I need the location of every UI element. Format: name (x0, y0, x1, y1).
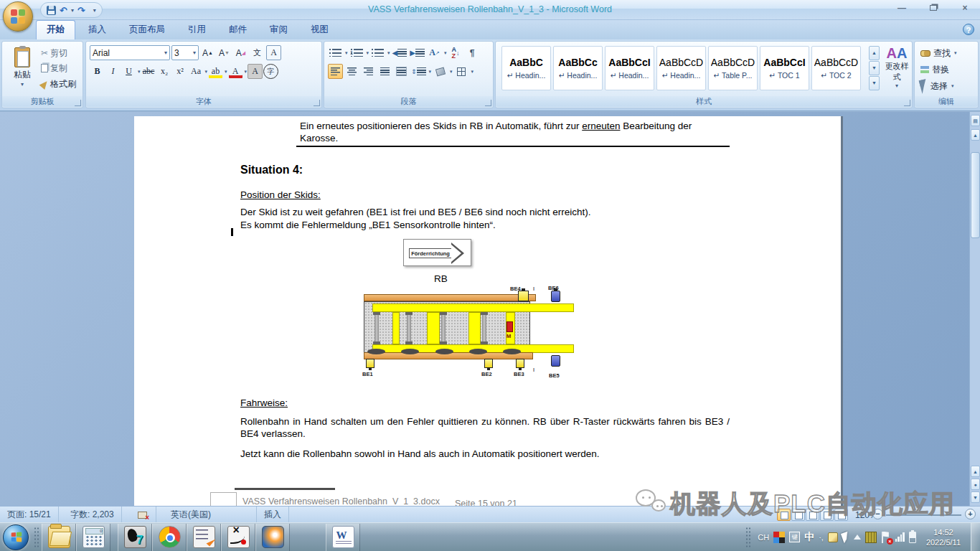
styles-scroll-up-icon[interactable]: ▲ (869, 46, 880, 60)
numbering-button[interactable]: 1 (349, 45, 364, 60)
zoom-out-icon[interactable]: − (872, 509, 883, 519)
distribute-button[interactable] (394, 64, 409, 79)
tab-references[interactable]: 引用 (178, 21, 216, 39)
tab-view[interactable]: 视图 (301, 21, 339, 39)
clear-formatting-button[interactable]: A◢ (233, 45, 248, 60)
browse-object-icon[interactable]: ● (971, 479, 980, 490)
asian-layout-button[interactable]: A↗ (427, 45, 442, 60)
character-border-button[interactable]: A (266, 45, 281, 60)
clipboard-dialog-launcher-icon[interactable] (75, 100, 81, 106)
shading-button[interactable] (433, 64, 448, 79)
zoom-slider[interactable] (886, 514, 961, 516)
align-right-button[interactable] (361, 64, 376, 79)
increase-indent-button[interactable]: ▶ (409, 45, 425, 60)
asian-layout-dropdown-icon[interactable]: ▾ (444, 50, 447, 56)
underline-button[interactable]: U (121, 64, 136, 79)
show-desktop-button[interactable] (971, 523, 980, 551)
paragraph-dialog-launcher-icon[interactable] (485, 100, 491, 106)
bullets-button[interactable] (328, 45, 343, 60)
paste-button[interactable]: 粘贴 ▾ (6, 45, 38, 95)
numbering-dropdown-icon[interactable]: ▾ (367, 50, 369, 56)
font-dialog-launcher-icon[interactable] (314, 100, 320, 106)
sort-button[interactable]: AZ↓ (448, 45, 463, 60)
action-center-flag-icon[interactable]: × (881, 532, 891, 543)
multilevel-list-button[interactable] (370, 45, 385, 60)
font-color-dropdown-icon[interactable]: ▾ (245, 69, 248, 75)
replace-button[interactable]: 替换 (920, 62, 949, 77)
shrink-font-button[interactable]: A▼ (217, 45, 232, 60)
ime-punctuation-icons[interactable]: ·, (819, 533, 824, 542)
align-left-button[interactable] (328, 64, 343, 79)
enclose-characters-button[interactable]: 字 (263, 64, 278, 79)
taskbar-chrome-button[interactable] (152, 524, 187, 551)
font-size-combobox[interactable]: 3▾ (171, 45, 199, 60)
superscript-button[interactable]: x² (173, 64, 188, 79)
borders-dropdown-icon[interactable]: ▾ (471, 69, 474, 75)
bullets-dropdown-icon[interactable]: ▾ (345, 50, 348, 56)
styles-dialog-launcher-icon[interactable] (904, 100, 910, 106)
strikethrough-button[interactable]: abc (141, 64, 156, 79)
font-color-button[interactable]: A (228, 64, 243, 79)
scroll-up-icon[interactable]: ▲ (971, 129, 980, 141)
insert-mode[interactable]: 插入 (257, 507, 289, 523)
help-icon[interactable]: ? (963, 24, 974, 35)
tab-home[interactable]: 开始 (36, 20, 75, 39)
taskbar-step7-button[interactable] (118, 524, 152, 551)
fullscreen-reading-view-icon[interactable] (791, 509, 805, 521)
zoom-in-icon[interactable]: + (965, 509, 976, 519)
style-card-toc2[interactable]: AaBbCcD↵ TOC 2 (811, 46, 861, 90)
restore-button[interactable] (924, 3, 943, 14)
font-family-combobox[interactable]: Arial▾ (90, 45, 170, 60)
highlight-dropdown-icon[interactable]: ▾ (225, 69, 227, 75)
style-card-heading1[interactable]: AaBbC↵ Headin... (501, 46, 551, 90)
highlight-button[interactable]: ab (208, 64, 223, 79)
draft-view-icon[interactable] (834, 509, 848, 521)
align-center-button[interactable] (344, 64, 359, 79)
word-count[interactable]: 字数: 2,203 (63, 507, 122, 523)
copy-button[interactable]: 复制 (41, 61, 67, 75)
phonetic-guide-button[interactable]: 文 (250, 45, 265, 60)
scrollbar-thumb[interactable] (971, 152, 980, 238)
previous-page-icon[interactable]: ▲ (971, 466, 980, 477)
tab-page-layout[interactable]: 页面布局 (119, 21, 175, 39)
pointer-utility-icon[interactable] (841, 531, 851, 543)
page-indicator[interactable]: 页面: 15/21 (0, 507, 59, 523)
language-band[interactable]: CH (758, 533, 769, 542)
style-card-heading4[interactable]: AaBbCcD↵ Headin... (656, 46, 706, 90)
language-indicator[interactable]: 英语(美国) (164, 507, 257, 523)
tab-mailings[interactable]: 邮件 (219, 21, 257, 39)
taskbar-plc-tool-button[interactable] (187, 524, 221, 551)
find-button[interactable]: 查找▾ (920, 46, 957, 60)
battery-icon[interactable] (909, 532, 916, 543)
next-page-icon[interactable]: ▼ (971, 491, 980, 503)
network-signal-icon[interactable] (895, 532, 905, 542)
italic-button[interactable]: I (105, 64, 121, 79)
taskbar-graph-tool-button[interactable] (221, 524, 255, 551)
cut-button[interactable]: ✂ 剪切 (41, 46, 67, 60)
taskbar-calculator-button[interactable] (76, 524, 110, 551)
ime-mspy-icon[interactable] (773, 532, 785, 543)
change-styles-button[interactable]: AA 更改样式 ▾ (882, 45, 912, 97)
line-spacing-button[interactable]: ⇕ (410, 64, 427, 79)
shading-dropdown-icon[interactable]: ▾ (450, 69, 453, 75)
grow-font-button[interactable]: A▲ (200, 45, 215, 60)
close-button[interactable]: × (956, 3, 974, 14)
style-card-heading3[interactable]: AaBbCcI↵ Headin... (605, 46, 654, 90)
show-hide-pilcrow-button[interactable]: ¶ (464, 45, 479, 60)
ime-keyboard-icon[interactable]: 键 (789, 532, 800, 542)
styles-more-icon[interactable]: ▼ (869, 76, 880, 90)
subscript-button[interactable]: x₂ (157, 64, 172, 79)
quicklaunch-handle[interactable] (34, 527, 39, 548)
tray-handle[interactable] (745, 527, 751, 548)
borders-button[interactable] (454, 64, 469, 79)
style-card-table[interactable]: AaBbCcD↵ Table P... (708, 46, 758, 90)
line-spacing-dropdown-icon[interactable]: ▾ (429, 69, 432, 75)
taskbar-clock[interactable]: 14:52 2022/5/11 (926, 527, 961, 547)
outline-view-icon[interactable] (820, 509, 834, 521)
underline-dropdown-icon[interactable]: ▾ (138, 69, 141, 75)
touch-utility-icon[interactable] (865, 532, 877, 543)
style-card-heading2[interactable]: AaBbCc↵ Headin... (553, 46, 603, 90)
tab-insert[interactable]: 插入 (78, 21, 116, 39)
style-card-toc1[interactable]: AaBbCcI↵ TOC 1 (760, 46, 809, 90)
pen-tablet-icon[interactable] (828, 532, 838, 542)
